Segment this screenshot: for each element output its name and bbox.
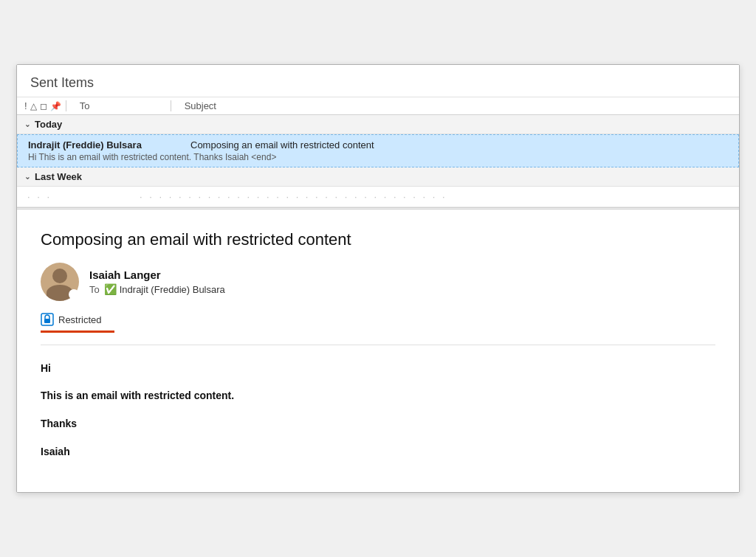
green-check-icon: ✅ <box>104 283 117 295</box>
email-item-blurred: · · · · · · · · · · · · · · · · · · · · … <box>17 187 739 207</box>
flag-icon: ! <box>24 100 27 111</box>
restricted-label: Restricted <box>58 314 102 325</box>
group-header-today[interactable]: ⌄ Today <box>17 115 739 134</box>
restricted-section: Restricted <box>41 311 715 333</box>
sender-block: Isaiah Langer To ✅ Indrajit (Freddie) Bu… <box>41 263 715 301</box>
sender-details: Isaiah Langer To ✅ Indrajit (Freddie) Bu… <box>89 269 225 295</box>
email-item-1[interactable]: Indrajit (Freddie) Bulsara Composing an … <box>17 134 739 167</box>
body-line1: This is an email with restricted content… <box>41 387 715 405</box>
folder-title: Sent Items <box>30 75 94 90</box>
email-subject-1: Composing an email with restricted conte… <box>190 139 728 151</box>
email-preview-1: Hi This is an email with restricted cont… <box>28 152 728 162</box>
recipient-badge: ✅ Indrajit (Freddie) Bulsara <box>104 283 225 295</box>
reading-pane-subject: Composing an email with restricted conte… <box>41 230 715 249</box>
avatar-container <box>41 263 79 301</box>
body-thanks: Thanks <box>41 415 715 433</box>
group-label-today: Today <box>35 119 62 130</box>
email-body: Hi This is an email with restricted cont… <box>41 360 715 461</box>
chevron-down-icon: ⌄ <box>24 120 30 128</box>
chevron-down-icon-2: ⌄ <box>24 173 30 181</box>
folder-header: Sent Items <box>17 65 739 97</box>
email-sender-1: Indrajit (Freddie) Bulsara <box>28 139 176 151</box>
outlook-window: Sent Items ! △ ◻ 📌 To Subject ⌄ Today In… <box>16 64 740 493</box>
to-column-header[interactable]: To <box>75 100 171 111</box>
group-header-last-week[interactable]: ⌄ Last Week <box>17 167 739 187</box>
restricted-badge: Restricted <box>41 311 715 328</box>
to-label: To <box>89 284 100 295</box>
reading-pane: Composing an email with restricted conte… <box>17 210 739 492</box>
sender-to-row: To ✅ Indrajit (Freddie) Bulsara <box>89 283 225 295</box>
group-label-last-week: Last Week <box>35 171 82 182</box>
restricted-icon <box>41 313 54 326</box>
avatar-status <box>69 289 79 300</box>
sender-name: Isaiah Langer <box>89 269 225 281</box>
body-sign: Isaiah <box>41 443 715 461</box>
svg-rect-1 <box>44 319 50 323</box>
restricted-underline <box>41 331 114 333</box>
paperclip-icon: 📌 <box>50 101 61 111</box>
recipient-name: Indrajit (Freddie) Bulsara <box>120 284 225 295</box>
icon-columns: ! △ ◻ 📌 <box>24 100 66 111</box>
subject-column-header[interactable]: Subject <box>177 100 216 111</box>
column-headers-row: ! △ ◻ 📌 To Subject <box>17 97 739 115</box>
file-icon: ◻ <box>40 101 47 111</box>
bell-icon: △ <box>30 101 37 111</box>
email-divider <box>41 345 715 345</box>
body-hi: Hi <box>41 360 715 378</box>
